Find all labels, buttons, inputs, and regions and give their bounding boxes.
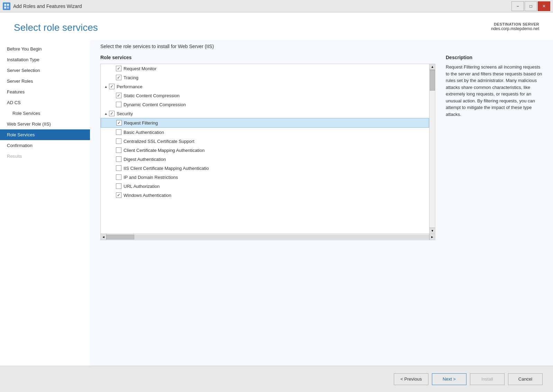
wizard-content: Select role services DESTINATION SERVER … xyxy=(0,12,553,366)
install-button[interactable]: Install xyxy=(470,373,505,385)
h-scroll-track xyxy=(107,235,429,239)
expand-placeholder xyxy=(110,75,115,80)
expand-placeholder xyxy=(110,184,115,189)
checkbox-url-auth[interactable] xyxy=(116,183,121,189)
destination-server-info: DESTINATION SERVER ndes.corp.mstepdemo.n… xyxy=(491,22,539,31)
wizard-header: Select role services DESTINATION SERVER … xyxy=(0,12,553,40)
close-button[interactable]: ✕ xyxy=(538,1,550,11)
tree-scroll[interactable]: ✓ Request Monitor ✓ Tracing xyxy=(101,64,429,234)
server-name: ndes.corp.mstepdemo.net xyxy=(491,26,539,31)
checkbox-performance[interactable]: ✓ xyxy=(109,84,115,89)
checkbox-digest-auth[interactable] xyxy=(116,156,121,162)
label-dynamic-content: Dynamic Content Compression xyxy=(124,102,186,107)
scroll-left-button[interactable]: ◄ xyxy=(101,234,107,240)
checkbox-iis-client-cert[interactable] xyxy=(116,165,121,171)
tree-container: ✓ Request Monitor ✓ Tracing xyxy=(100,64,435,240)
tree-item-tracing[interactable]: ✓ Tracing xyxy=(101,73,429,82)
tree-item-client-cert[interactable]: Client Certificate Mapping Authenticatio… xyxy=(101,146,429,155)
sidebar-item-ad-cs[interactable]: AD CS xyxy=(0,97,90,108)
h-scroll-thumb[interactable] xyxy=(107,235,134,239)
expand-placeholder xyxy=(110,175,115,180)
checkbox-security[interactable]: ✓ xyxy=(109,111,115,116)
scroll-right-button[interactable]: ► xyxy=(429,234,435,240)
sidebar-item-features[interactable]: Features xyxy=(0,86,90,97)
tree-item-dynamic-content-compression[interactable]: Dynamic Content Compression xyxy=(101,100,429,109)
sidebar-item-web-server-role[interactable]: Web Server Role (IIS) xyxy=(0,119,90,129)
checkbox-tracing[interactable]: ✓ xyxy=(116,75,121,80)
checkbox-windows-auth[interactable]: ✓ xyxy=(116,192,121,198)
checkbox-static-content[interactable]: ✓ xyxy=(116,93,121,98)
checkbox-basic-auth[interactable] xyxy=(116,129,121,135)
expand-icon-security[interactable]: ▲ xyxy=(103,111,108,116)
minimize-button[interactable]: − xyxy=(511,1,524,11)
svg-rect-1 xyxy=(7,4,9,6)
scroll-up-button[interactable]: ▲ xyxy=(429,64,435,70)
maximize-button[interactable]: □ xyxy=(525,1,537,11)
checkbox-dynamic-content[interactable] xyxy=(116,102,121,107)
label-centralized-ssl: Centralized SSL Certificate Support xyxy=(124,139,194,144)
sidebar: Before You Begin Installation Type Serve… xyxy=(0,40,90,366)
expand-placeholder xyxy=(110,130,115,135)
tree-item-centralized-ssl[interactable]: Centralized SSL Certificate Support xyxy=(101,137,429,146)
scroll-track xyxy=(429,70,435,228)
svg-rect-3 xyxy=(7,7,9,9)
checkbox-request-monitor[interactable]: ✓ xyxy=(116,66,121,71)
expand-placeholder xyxy=(110,193,115,198)
expand-icon-performance[interactable]: ▲ xyxy=(103,84,108,89)
tree-item-request-filtering[interactable]: ✓ Request Filtering xyxy=(101,118,429,128)
label-security: Security xyxy=(117,111,133,116)
expand-placeholder xyxy=(110,166,115,171)
page-title: Select role services xyxy=(14,22,98,33)
sidebar-item-confirmation[interactable]: Confirmation xyxy=(0,140,90,151)
label-iis-client-cert: IIS Client Certificate Mapping Authentic… xyxy=(124,166,209,171)
horizontal-scrollbar[interactable]: ◄ ► xyxy=(101,234,435,240)
sidebar-item-server-selection[interactable]: Server Selection xyxy=(0,65,90,76)
tree-item-windows-auth[interactable]: ✓ Windows Authentication xyxy=(101,191,429,200)
sidebar-item-role-services-sub[interactable]: Role Services xyxy=(0,108,90,119)
label-windows-auth: Windows Authentication xyxy=(124,193,171,198)
expand-placeholder xyxy=(110,157,115,162)
tree-item-digest-auth[interactable]: Digest Authentication xyxy=(101,155,429,164)
window-controls: − □ ✕ xyxy=(511,1,550,11)
label-request-monitor: Request Monitor xyxy=(124,66,156,71)
sidebar-item-installation-type[interactable]: Installation Type xyxy=(0,54,90,65)
sidebar-item-before-you-begin[interactable]: Before You Begin xyxy=(0,44,90,54)
title-bar-left: Add Roles and Features Wizard xyxy=(3,2,82,10)
wizard-footer: < Previous Next > Install Cancel xyxy=(0,366,553,392)
label-ip-domain: IP and Domain Restrictions xyxy=(124,175,178,180)
label-client-cert: Client Certificate Mapping Authenticatio… xyxy=(124,148,205,153)
tree-item-iis-client-cert[interactable]: IIS Client Certificate Mapping Authentic… xyxy=(101,164,429,173)
label-digest-auth: Digest Authentication xyxy=(124,157,166,162)
previous-button[interactable]: < Previous xyxy=(394,373,428,385)
title-bar: Add Roles and Features Wizard − □ ✕ xyxy=(0,0,553,12)
sidebar-item-results: Results xyxy=(0,151,90,162)
window-title: Add Roles and Features Wizard xyxy=(13,3,82,9)
svg-rect-2 xyxy=(4,7,6,9)
checkbox-client-cert[interactable] xyxy=(116,147,121,153)
tree-item-basic-auth[interactable]: Basic Authentication xyxy=(101,128,429,137)
label-url-auth: URL Authorization xyxy=(124,184,160,189)
tree-item-request-monitor[interactable]: ✓ Request Monitor xyxy=(101,64,429,73)
label-basic-auth: Basic Authentication xyxy=(124,130,164,135)
checkbox-request-filtering[interactable]: ✓ xyxy=(116,120,122,126)
description-panel: Description Request Filtering screens al… xyxy=(446,55,543,240)
sidebar-item-role-services[interactable]: Role Services xyxy=(0,129,90,140)
scroll-down-button[interactable]: ▼ xyxy=(429,228,435,234)
vertical-scrollbar[interactable]: ▲ ▼ xyxy=(429,64,435,234)
cancel-button[interactable]: Cancel xyxy=(508,373,543,385)
tree-item-url-auth[interactable]: URL Authorization xyxy=(101,182,429,191)
checkbox-centralized-ssl[interactable] xyxy=(116,138,121,144)
tree-item-security[interactable]: ▲ ✓ Security xyxy=(101,109,429,118)
wizard-main: Before You Begin Installation Type Serve… xyxy=(0,40,553,366)
checkbox-ip-domain[interactable] xyxy=(116,174,121,180)
role-services-panel: Role services ✓ Request Monitor xyxy=(100,55,435,240)
tree-item-performance[interactable]: ▲ ✓ Performance xyxy=(101,82,429,91)
tree-item-static-content-compression[interactable]: ✓ Static Content Compression xyxy=(101,91,429,100)
expand-placeholder xyxy=(110,148,115,153)
sidebar-item-server-roles[interactable]: Server Roles xyxy=(0,76,90,86)
content-columns: Role services ✓ Request Monitor xyxy=(100,55,543,240)
expand-placeholder xyxy=(110,66,115,71)
next-button[interactable]: Next > xyxy=(432,373,466,385)
scroll-thumb[interactable] xyxy=(430,70,435,91)
tree-item-ip-domain[interactable]: IP and Domain Restrictions xyxy=(101,173,429,182)
